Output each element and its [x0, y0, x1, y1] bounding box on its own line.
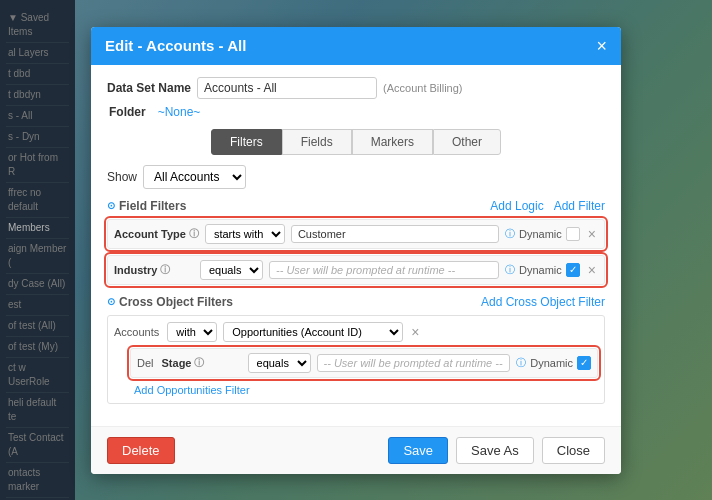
show-select[interactable]: All Accounts My Accounts: [143, 165, 246, 189]
dynamic-checkbox-industry[interactable]: [566, 263, 580, 277]
tab-fields[interactable]: Fields: [282, 129, 352, 155]
dynamic-icon-3: ⓘ: [516, 356, 526, 370]
tab-other[interactable]: Other: [433, 129, 501, 155]
modal-title: Edit - Accounts - All: [105, 37, 246, 54]
dynamic-group-industry: ⓘ Dynamic: [505, 263, 580, 277]
field-filters-icon: ⊙: [107, 200, 115, 211]
save-as-button[interactable]: Save As: [456, 437, 534, 464]
remove-filter-account-type[interactable]: ×: [586, 226, 598, 242]
dynamic-checkbox-account-type[interactable]: [566, 227, 580, 241]
dynamic-checkbox-stage[interactable]: [577, 356, 591, 370]
field-filters-header: ⊙ Field Filters Add Logic Add Filter: [107, 199, 605, 213]
filter-field-industry: Industry ⓘ: [114, 263, 194, 277]
add-logic-link[interactable]: Add Logic: [490, 199, 543, 213]
delete-button[interactable]: Delete: [107, 437, 175, 464]
close-button[interactable]: Close: [542, 437, 605, 464]
show-label: Show: [107, 170, 137, 184]
info-icon-industry[interactable]: ⓘ: [160, 263, 170, 277]
show-row: Show All Accounts My Accounts: [107, 165, 605, 189]
folder-row: Folder ~None~: [107, 105, 605, 119]
cross-object-title: ⊙ Cross Object Filters: [107, 295, 233, 309]
field-filters-actions: Add Logic Add Filter: [490, 199, 605, 213]
modal-close-button[interactable]: ×: [596, 37, 607, 55]
dataset-name-label: Data Set Name: [107, 81, 191, 95]
modal-body: Data Set Name (Account Billing) Folder ~…: [91, 65, 621, 426]
remove-cross-filter[interactable]: ×: [409, 324, 421, 340]
cross-filter-field-stage: Stage ⓘ: [162, 356, 242, 370]
filter-row-account-type: Account Type ⓘ starts with ⓘ Dynamic ×: [107, 219, 605, 249]
modal-header: Edit - Accounts - All ×: [91, 27, 621, 65]
tab-filters[interactable]: Filters: [211, 129, 282, 155]
footer-right: Save Save As Close: [388, 437, 605, 464]
filter-value-industry[interactable]: [269, 261, 499, 279]
info-icon-stage[interactable]: ⓘ: [194, 356, 204, 370]
dataset-name-row: Data Set Name (Account Billing): [107, 77, 605, 99]
cross-object-select[interactable]: Opportunities (Account ID): [223, 322, 403, 342]
cross-object-icon: ⊙: [107, 296, 115, 307]
field-filters-section: ⊙ Field Filters Add Logic Add Filter Acc…: [107, 199, 605, 285]
modal-overlay: Edit - Accounts - All × Data Set Name (A…: [0, 0, 712, 500]
filter-field-account-type: Account Type ⓘ: [114, 227, 199, 241]
cross-object-inner: Accounts with Opportunities (Account ID)…: [108, 316, 604, 403]
cross-del-label: Del: [137, 357, 154, 369]
dynamic-icon-2: ⓘ: [505, 263, 515, 277]
folder-link[interactable]: ~None~: [158, 105, 201, 119]
cross-sub-filters: Del Stage ⓘ equals ⓘ: [114, 348, 598, 397]
dynamic-icon-1: ⓘ: [505, 227, 515, 241]
field-filters-title: ⊙ Field Filters: [107, 199, 186, 213]
cross-filter-row-stage: Del Stage ⓘ equals ⓘ: [130, 348, 598, 378]
filter-value-account-type[interactable]: [291, 225, 499, 243]
cross-relation-select[interactable]: with: [167, 322, 217, 342]
cross-object-section: ⊙ Cross Object Filters Add Cross Object …: [107, 295, 605, 404]
cross-label-accounts: Accounts: [114, 326, 159, 338]
folder-label: Folder: [109, 105, 146, 119]
modal-footer: Delete Save Save As Close: [91, 426, 621, 474]
cross-object-header: ⊙ Cross Object Filters Add Cross Object …: [107, 295, 605, 309]
dynamic-group-account-type: ⓘ Dynamic: [505, 227, 580, 241]
cross-filter-value-stage[interactable]: [317, 354, 511, 372]
filter-operator-industry[interactable]: equals: [200, 260, 263, 280]
cross-filter-operator-stage[interactable]: equals: [248, 353, 311, 373]
dynamic-group-stage: ⓘ Dynamic: [516, 356, 591, 370]
info-icon-account-type[interactable]: ⓘ: [189, 227, 199, 241]
edit-modal: Edit - Accounts - All × Data Set Name (A…: [91, 27, 621, 474]
save-button[interactable]: Save: [388, 437, 448, 464]
dataset-hint: (Account Billing): [383, 82, 462, 94]
filter-row-industry: Industry ⓘ equals ⓘ Dynamic ×: [107, 255, 605, 285]
tabs-bar: Filters Fields Markers Other: [107, 129, 605, 155]
tab-markers[interactable]: Markers: [352, 129, 433, 155]
remove-filter-industry[interactable]: ×: [586, 262, 598, 278]
add-filter-link[interactable]: Add Filter: [554, 199, 605, 213]
filter-operator-account-type[interactable]: starts with: [205, 224, 285, 244]
cross-config-row: Accounts with Opportunities (Account ID)…: [114, 322, 598, 342]
cross-object-container: Accounts with Opportunities (Account ID)…: [107, 315, 605, 404]
add-cross-object-link[interactable]: Add Cross Object Filter: [481, 295, 605, 309]
dataset-name-input[interactable]: [197, 77, 377, 99]
add-opportunities-filter-link[interactable]: Add Opportunities Filter: [134, 384, 250, 396]
